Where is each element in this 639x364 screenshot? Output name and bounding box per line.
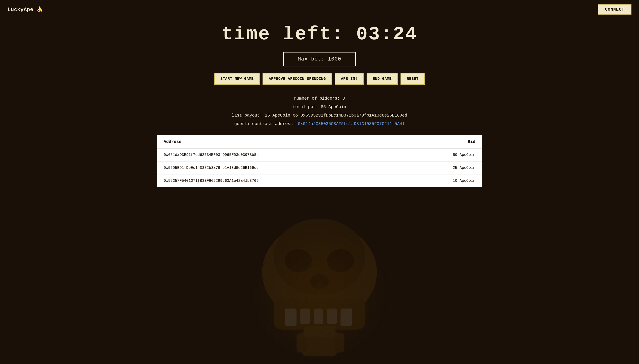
info-section: number of bidders: 3 total pot: 85 ApeCo… (232, 94, 407, 128)
row-1-address: 0x681daD3E91f7cd62534EF03fD965FD3e0397Bb… (164, 153, 258, 157)
svg-rect-15 (335, 334, 344, 352)
svg-point-4 (310, 274, 329, 289)
svg-point-1 (274, 219, 366, 295)
svg-rect-12 (340, 308, 352, 326)
svg-rect-7 (274, 299, 366, 330)
col-header-address: Address (164, 140, 182, 144)
svg-point-2 (285, 249, 312, 272)
svg-rect-8 (285, 308, 297, 326)
bidders-table: Address Bid 0x681daD3E91f7cd62534EF03fD9… (157, 135, 482, 187)
table-row: 0x55D5B91fDbEc14D372b3a79fb1A13d8e26B169… (157, 162, 482, 174)
approve-apecoin-button[interactable]: APPROVE APECOIN SPENDING (262, 73, 332, 85)
svg-rect-10 (314, 308, 324, 324)
svg-rect-11 (327, 308, 337, 324)
bidders-count: number of bidders: 3 (232, 94, 407, 103)
table-row: 0x85257F5401071fB3EF665299d63A1e42a41b37… (157, 174, 482, 187)
header: LuckyApe 🍌 CONNECT (0, 0, 639, 19)
total-pot: total pot: 85 ApeCoin (232, 103, 407, 111)
main-content: time left: 03:24 Max bet: 1000 START NEW… (0, 19, 639, 192)
contract-address-line: goerli contract address: 0x914a2C35035C8… (232, 120, 407, 128)
svg-rect-13 (302, 330, 337, 356)
timer-display: time left: 03:24 (222, 24, 418, 45)
svg-point-5 (311, 277, 319, 286)
start-new-game-button[interactable]: START NEW GAME (214, 73, 260, 85)
max-bet-display: Max bet: 1000 (283, 52, 356, 66)
row-1-bid: 50 ApeCoin (453, 153, 475, 157)
col-header-bid: Bid (468, 140, 475, 144)
connect-button[interactable]: CONNECT (598, 4, 632, 14)
table-row: 0x681daD3E91f7cd62534EF03fD965FD3e0397Bb… (157, 148, 482, 162)
svg-rect-9 (300, 308, 310, 324)
ape-in-button[interactable]: APE IN! (335, 73, 364, 85)
contract-prefix: goerli contract address: (234, 122, 298, 126)
svg-rect-14 (297, 334, 306, 352)
last-payout: last payout: 15 ApeCoin to 0x55D5B91fDbE… (232, 111, 407, 120)
logo: LuckyApe 🍌 (8, 6, 43, 13)
row-2-bid: 25 ApeCoin (453, 166, 475, 170)
svg-rect-16 (304, 326, 335, 338)
reset-button[interactable]: RESET (400, 73, 425, 85)
svg-point-0 (262, 222, 377, 322)
end-game-button[interactable]: END GAME (366, 73, 398, 85)
table-header: Address Bid (157, 135, 482, 148)
action-buttons-group: START NEW GAME APPROVE APECOIN SPENDING … (214, 73, 425, 85)
row-2-address: 0x55D5B91fDbEc14D372b3a79fb1A13d8e26B169… (164, 166, 258, 170)
svg-point-6 (320, 277, 328, 286)
row-3-address: 0x85257F5401071fB3EF665299d63A1e42a41b37… (164, 179, 258, 183)
contract-address-link[interactable]: 0x914a2C35035C8AF9fc1aD81C1935F07C211f5A… (298, 122, 405, 126)
row-3-bid: 10 ApeCoin (453, 179, 475, 183)
svg-point-3 (327, 249, 354, 272)
